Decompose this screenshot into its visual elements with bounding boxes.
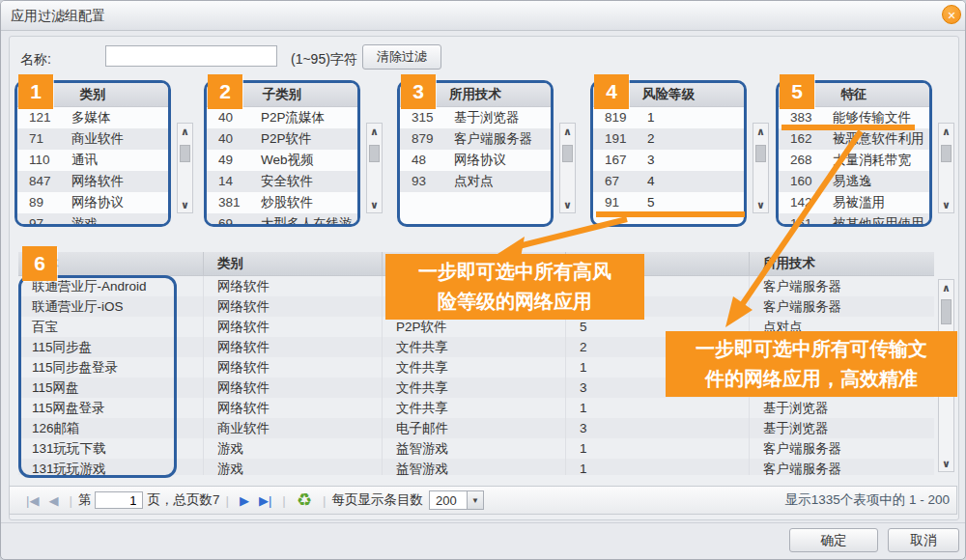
list-item[interactable]: 915 (593, 192, 744, 213)
scrollbar-thumb[interactable] (369, 145, 380, 162)
list-item[interactable]: 40P2P流媒体 (207, 107, 357, 128)
list-item[interactable]: 97游戏 (17, 213, 168, 227)
list-scrollbar[interactable]: ∧ ∨ (938, 123, 954, 213)
list-item[interactable]: 383能够传输文件 (779, 107, 929, 128)
dialog-titlebar: 应用过滤组配置 (1, 1, 965, 31)
list-item[interactable]: 69大型多人在线游戏 (207, 213, 357, 227)
list-item[interactable]: 268大量消耗带宽 (779, 150, 929, 171)
refresh-icon[interactable]: ♻ (297, 490, 312, 511)
list-item[interactable]: 161被其他应用使用 (779, 213, 929, 227)
item-count: 97 (17, 213, 71, 227)
list-item[interactable]: 847网络软件 (17, 171, 168, 192)
list-item[interactable]: 879客户端服务器 (400, 128, 551, 150)
scrollbar-thumb[interactable] (941, 145, 952, 162)
item-count: 49 (207, 150, 261, 171)
list-item[interactable]: 142易被滥用 (779, 192, 929, 213)
scroll-up-icon[interactable]: ∧ (939, 124, 953, 139)
first-page-icon[interactable]: |◀ (26, 493, 39, 508)
list-item[interactable]: 1673 (593, 150, 744, 171)
footer-divider (1, 522, 965, 523)
item-count: 40 (207, 128, 261, 150)
table-cell: 游戏 (204, 459, 383, 475)
scroll-down-icon[interactable]: ∨ (753, 197, 768, 212)
dialog-title: 应用过滤组配置 (11, 1, 105, 30)
item-count: 167 (593, 150, 647, 171)
item-count: 819 (593, 107, 647, 128)
item-count: 110 (17, 150, 71, 171)
close-icon: ✕ (947, 10, 955, 21)
list-scrollbar[interactable]: ∧ ∨ (366, 123, 383, 213)
item-label: 4 (647, 171, 744, 192)
name-input[interactable] (105, 45, 277, 67)
table-cell: 客户端服务器 (750, 276, 934, 296)
list-item[interactable]: 49Web视频 (207, 150, 357, 171)
list-scrollbar[interactable]: ∧ ∨ (177, 123, 193, 213)
per-page-select[interactable]: 200 ▼ (429, 490, 484, 510)
item-count: 91 (593, 192, 647, 213)
scrollbar-track[interactable] (939, 139, 953, 197)
scroll-up-icon[interactable]: ∧ (178, 124, 192, 139)
table-cell: 益智游戏 (383, 438, 566, 459)
list-item[interactable]: 48网络协议 (400, 150, 551, 171)
scroll-down-icon[interactable]: ∨ (560, 197, 575, 212)
item-label: 1 (647, 107, 744, 128)
prev-page-icon[interactable]: ◀ (48, 493, 58, 508)
scrollbar-thumb[interactable] (562, 145, 573, 162)
scroll-up-icon[interactable]: ∧ (560, 124, 575, 139)
item-label: 大量消耗带宽 (833, 150, 929, 171)
scroll-down-icon[interactable]: ∨ (939, 456, 953, 471)
list-rows: 40P2P流媒体40P2P软件49Web视频14安全软件381炒股软件69大型多… (207, 107, 357, 227)
list-scrollbar[interactable]: ∧ ∨ (559, 123, 576, 213)
filter-list-group: 2 子类别 40P2P流媒体40P2P软件49Web视频14安全软件381炒股软… (204, 80, 389, 233)
scroll-down-icon[interactable]: ∨ (367, 197, 382, 212)
column-header[interactable]: 所用技术 (750, 252, 934, 275)
scrollbar-track[interactable] (560, 139, 575, 197)
list-item[interactable]: 160易逃逸 (779, 171, 929, 192)
step-badge: 5 (780, 74, 814, 109)
list-item[interactable]: 1912 (593, 128, 744, 150)
next-page-icon[interactable]: ▶ (240, 493, 249, 508)
column-header[interactable]: 类别 (204, 252, 383, 275)
scrollbar-track[interactable] (367, 139, 382, 197)
scroll-down-icon[interactable]: ∨ (178, 197, 192, 212)
scroll-up-icon[interactable]: ∧ (753, 124, 768, 139)
item-count: 48 (400, 150, 454, 171)
list-item[interactable]: 8191 (593, 107, 744, 128)
close-button[interactable]: ✕ (942, 5, 961, 24)
table-cell: 文件共享 (383, 337, 566, 357)
scroll-up-icon[interactable]: ∧ (939, 280, 953, 295)
list-item[interactable]: 89网络协议 (17, 192, 168, 213)
chevron-down-icon: ▼ (468, 490, 484, 510)
filter-list-group: 3 所用技术 315基于浏览器879客户端服务器48网络协议93点对点 ∧ ∨ (397, 80, 582, 233)
list-item[interactable]: 14安全软件 (207, 171, 357, 192)
table-cell: 3 (566, 418, 750, 438)
list-rows: 315基于浏览器879客户端服务器48网络协议93点对点 (400, 107, 551, 192)
list-scrollbar[interactable]: ∧ ∨ (753, 123, 769, 213)
scrollbar-thumb[interactable] (180, 145, 190, 162)
scrollbar-track[interactable] (753, 139, 768, 197)
item-count: 89 (17, 192, 71, 213)
list-item[interactable]: 162被恶意软件利用 (779, 128, 929, 150)
list-item[interactable]: 93点对点 (400, 171, 551, 192)
item-count: 142 (779, 192, 833, 213)
last-page-icon[interactable]: ▶| (259, 493, 271, 508)
table-cell: 文件共享 (383, 398, 566, 418)
list-item[interactable]: 71商业软件 (17, 128, 168, 150)
list-item[interactable]: 674 (593, 171, 744, 192)
item-count: 847 (17, 171, 71, 192)
scroll-up-icon[interactable]: ∧ (367, 124, 382, 139)
scrollbar-thumb[interactable] (755, 145, 766, 162)
scroll-down-icon[interactable]: ∨ (939, 197, 953, 212)
list-item[interactable]: 121多媒体 (17, 107, 168, 128)
list-item[interactable]: 40P2P软件 (207, 128, 357, 150)
ok-button[interactable]: 确定 (789, 528, 878, 552)
list-item[interactable]: 110通讯 (17, 150, 168, 171)
scrollbar-thumb[interactable] (941, 299, 952, 324)
list-item[interactable]: 315基于浏览器 (400, 107, 551, 128)
clear-filter-button[interactable]: 清除过滤 (362, 44, 441, 70)
scrollbar-track[interactable] (178, 139, 192, 197)
list-item[interactable]: 381炒股软件 (207, 192, 357, 213)
cancel-button[interactable]: 取消 (888, 528, 959, 552)
page-number-input[interactable] (95, 491, 143, 509)
item-label: 通讯 (71, 150, 168, 171)
